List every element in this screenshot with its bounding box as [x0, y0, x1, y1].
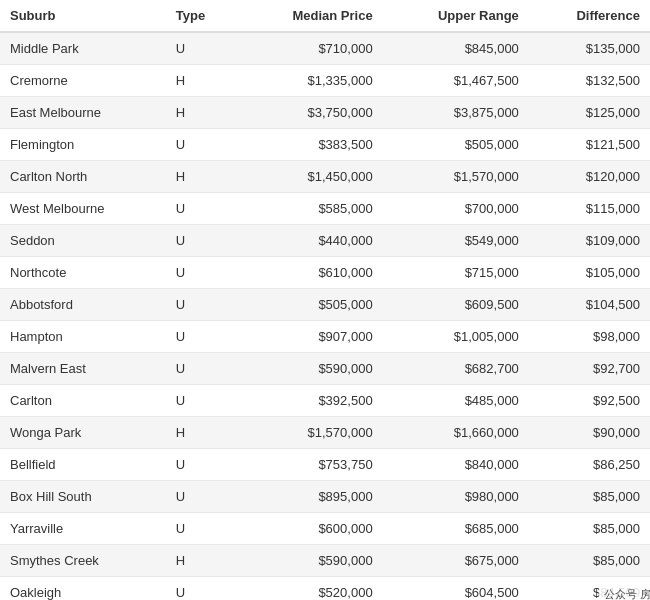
table-cell: $585,000: [237, 193, 382, 225]
col-diff: Difference: [529, 0, 650, 32]
table-cell: U: [166, 449, 238, 481]
table-cell: $3,875,000: [383, 97, 529, 129]
table-cell: Northcote: [0, 257, 166, 289]
table-cell: $485,000: [383, 385, 529, 417]
table-cell: U: [166, 385, 238, 417]
table-cell: $753,750: [237, 449, 382, 481]
table-cell: $85,000: [529, 481, 650, 513]
table-cell: $132,500: [529, 65, 650, 97]
table-cell: H: [166, 161, 238, 193]
table-cell: Carlton: [0, 385, 166, 417]
table-row: Carlton NorthH$1,450,000$1,570,000$120,0…: [0, 161, 650, 193]
table-cell: $383,500: [237, 129, 382, 161]
table-cell: $86,250: [529, 449, 650, 481]
table-cell: $125,000: [529, 97, 650, 129]
table-cell: $1,660,000: [383, 417, 529, 449]
table-cell: U: [166, 225, 238, 257]
table-row: HamptonU$907,000$1,005,000$98,000: [0, 321, 650, 353]
table-row: FlemingtonU$383,500$505,000$121,500: [0, 129, 650, 161]
table-cell: $907,000: [237, 321, 382, 353]
table-cell: $84,500公众号 房产情报局: [529, 577, 650, 601]
table-cell: Flemington: [0, 129, 166, 161]
table-row: OakleighU$520,000$604,500$84,500公众号 房产情报…: [0, 577, 650, 601]
table-cell: H: [166, 65, 238, 97]
table-cell: U: [166, 32, 238, 65]
table-cell: H: [166, 417, 238, 449]
table-cell: $85,000: [529, 545, 650, 577]
col-type: Type: [166, 0, 238, 32]
table-cell: U: [166, 257, 238, 289]
table-cell: U: [166, 193, 238, 225]
table-cell: $135,000: [529, 32, 650, 65]
table-cell: $120,000: [529, 161, 650, 193]
table-cell: Cremorne: [0, 65, 166, 97]
table-cell: $1,570,000: [237, 417, 382, 449]
table-cell: $610,000: [237, 257, 382, 289]
col-upper: Upper Range: [383, 0, 529, 32]
table-cell: $710,000: [237, 32, 382, 65]
table-row: Middle ParkU$710,000$845,000$135,000: [0, 32, 650, 65]
table-cell: $600,000: [237, 513, 382, 545]
table-cell: U: [166, 513, 238, 545]
table-cell: Malvern East: [0, 353, 166, 385]
table-row: SeddonU$440,000$549,000$109,000: [0, 225, 650, 257]
table-cell: Bellfield: [0, 449, 166, 481]
table-cell: $700,000: [383, 193, 529, 225]
table-cell: $85,000: [529, 513, 650, 545]
table-cell: Yarraville: [0, 513, 166, 545]
table-row: Smythes CreekH$590,000$675,000$85,000: [0, 545, 650, 577]
table-cell: $121,500: [529, 129, 650, 161]
table-row: Malvern EastU$590,000$682,700$92,700: [0, 353, 650, 385]
table-cell: $109,000: [529, 225, 650, 257]
table-cell: U: [166, 353, 238, 385]
table-cell: $90,000: [529, 417, 650, 449]
table-cell: $590,000: [237, 353, 382, 385]
table-cell: $105,000: [529, 257, 650, 289]
table-cell: $520,000: [237, 577, 382, 601]
table-cell: U: [166, 321, 238, 353]
table-cell: $675,000: [383, 545, 529, 577]
table-row: NorthcoteU$610,000$715,000$105,000: [0, 257, 650, 289]
col-median: Median Price: [237, 0, 382, 32]
table-cell: $505,000: [237, 289, 382, 321]
table-cell: $682,700: [383, 353, 529, 385]
table-cell: $98,000: [529, 321, 650, 353]
table-cell: $590,000: [237, 545, 382, 577]
table-row: YarravilleU$600,000$685,000$85,000: [0, 513, 650, 545]
table-cell: $1,335,000: [237, 65, 382, 97]
table-cell: H: [166, 97, 238, 129]
table-cell: Box Hill South: [0, 481, 166, 513]
table-row: AbbotsfordU$505,000$609,500$104,500: [0, 289, 650, 321]
table-cell: $685,000: [383, 513, 529, 545]
table-cell: Oakleigh: [0, 577, 166, 601]
table-cell: $845,000: [383, 32, 529, 65]
table-cell: U: [166, 289, 238, 321]
table-cell: $1,450,000: [237, 161, 382, 193]
table-cell: $715,000: [383, 257, 529, 289]
table-cell: Wonga Park: [0, 417, 166, 449]
table-cell: $392,500: [237, 385, 382, 417]
table-cell: $895,000: [237, 481, 382, 513]
table-cell: $92,500: [529, 385, 650, 417]
table-cell: $980,000: [383, 481, 529, 513]
table-row: Box Hill SouthU$895,000$980,000$85,000: [0, 481, 650, 513]
table-cell: Seddon: [0, 225, 166, 257]
table-cell: U: [166, 577, 238, 601]
table-cell: $3,750,000: [237, 97, 382, 129]
table-cell: Smythes Creek: [0, 545, 166, 577]
table-cell: $604,500: [383, 577, 529, 601]
table-cell: $1,467,500: [383, 65, 529, 97]
table-cell: $609,500: [383, 289, 529, 321]
table-cell: $104,500: [529, 289, 650, 321]
table-cell: $840,000: [383, 449, 529, 481]
table-cell: $115,000: [529, 193, 650, 225]
table-cell: H: [166, 545, 238, 577]
col-suburb: Suburb: [0, 0, 166, 32]
table-cell: West Melbourne: [0, 193, 166, 225]
table-row: Wonga ParkH$1,570,000$1,660,000$90,000: [0, 417, 650, 449]
table-cell: $1,570,000: [383, 161, 529, 193]
table-cell: U: [166, 481, 238, 513]
table-cell: Abbotsford: [0, 289, 166, 321]
table-row: West MelbourneU$585,000$700,000$115,000: [0, 193, 650, 225]
table-cell: U: [166, 129, 238, 161]
